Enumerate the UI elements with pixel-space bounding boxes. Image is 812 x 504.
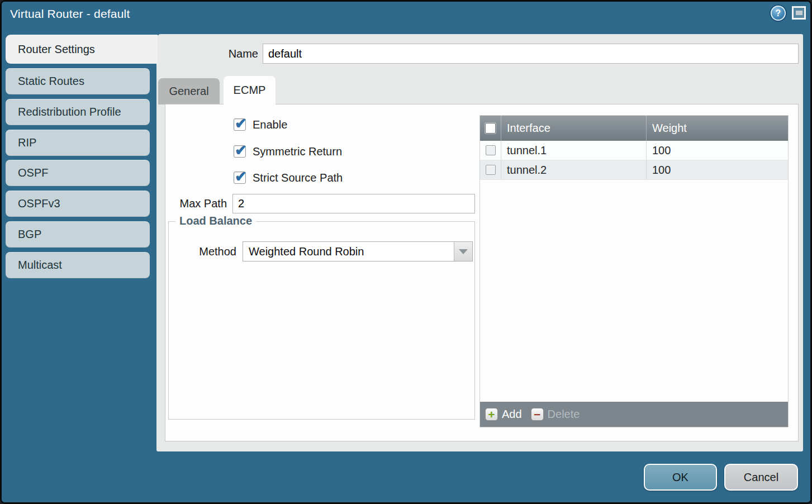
chevron-down-icon (459, 249, 468, 254)
sidebar-item-label: Redistribution Profile (18, 106, 121, 118)
virtual-router-dialog: Virtual Router - default Router Settings… (0, 0, 812, 504)
interface-cell: tunnel.1 (501, 141, 647, 160)
restore-window-icon[interactable] (792, 6, 806, 20)
strict-source-path-checkbox-row: Strict Source Path (234, 171, 343, 184)
sidebar-item-label: Router Settings (18, 43, 95, 56)
sidebar-item-redistribution-profile[interactable]: Redistribution Profile (6, 99, 150, 125)
sidebar-item-label: OSPF (18, 167, 48, 179)
table-row[interactable]: tunnel.1 100 (480, 141, 788, 160)
sidebar-item-bgp[interactable]: BGP (6, 221, 150, 248)
enable-checkbox-row: Enable (234, 118, 287, 131)
tab-label: ECMP (234, 84, 266, 97)
sidebar-item-label: RIP (18, 136, 36, 149)
dialog-title: Virtual Router - default (10, 7, 130, 21)
sidebar-item-label: OSPFv3 (18, 197, 60, 210)
interface-column-header: Interface (501, 116, 647, 141)
max-path-input[interactable] (232, 194, 475, 213)
load-balance-legend: Load Balance (175, 215, 256, 227)
weight-cell: 100 (647, 141, 788, 160)
enable-checkbox[interactable] (234, 118, 246, 131)
row-checkbox-cell (480, 141, 501, 160)
strict-source-path-label: Strict Source Path (253, 172, 343, 184)
table-header: Interface Weight (480, 116, 788, 141)
enable-label: Enable (253, 118, 287, 131)
sidebar-item-rip[interactable]: RIP (6, 130, 150, 156)
delete-button-label: Delete (548, 408, 580, 421)
interface-cell: tunnel.2 (501, 160, 647, 179)
add-button-label: Add (502, 408, 522, 421)
method-label: Method (180, 241, 236, 261)
table-header-checkbox-cell (480, 116, 501, 141)
sidebar-item-ospf[interactable]: OSPF (6, 160, 150, 186)
sidebar-item-ospfv3[interactable]: OSPFv3 (6, 191, 150, 217)
name-input[interactable] (263, 44, 799, 64)
symmetric-return-checkbox[interactable] (234, 145, 246, 158)
method-select-arrow-button[interactable] (454, 242, 472, 261)
max-path-label: Max Path (165, 194, 227, 213)
tab-label: General (169, 85, 208, 98)
tab-general[interactable]: General (158, 78, 220, 104)
method-select-value: Weighted Round Robin (243, 242, 472, 261)
table-toolbar: Add Delete (480, 402, 788, 427)
sidebar-item-router-settings[interactable]: Router Settings (6, 35, 158, 64)
name-label: Name (184, 44, 258, 64)
sidebar-item-static-routes[interactable]: Static Routes (6, 68, 150, 94)
table-row[interactable]: tunnel.2 100 (480, 160, 788, 180)
minus-icon (531, 408, 544, 421)
ok-button[interactable]: OK (644, 464, 717, 491)
row-checkbox[interactable] (486, 145, 496, 155)
interface-weight-table: Interface Weight tunnel.1 100 tunnel.2 1… (479, 115, 789, 427)
cancel-button[interactable]: Cancel (724, 464, 798, 491)
strict-source-path-checkbox[interactable] (234, 172, 246, 184)
tab-ecmp[interactable]: ECMP (224, 76, 276, 104)
help-icon[interactable] (771, 6, 786, 21)
delete-button[interactable]: Delete (531, 408, 580, 421)
method-select[interactable]: Weighted Round Robin (243, 241, 473, 261)
symmetric-return-label: Symmetric Return (253, 145, 342, 158)
checkmark-icon (235, 115, 247, 132)
symmetric-return-checkbox-row: Symmetric Return (234, 145, 342, 158)
plus-icon (485, 408, 498, 421)
sidebar-item-label: Static Routes (18, 75, 84, 88)
add-button[interactable]: Add (485, 408, 522, 421)
load-balance-group: Load Balance Method Weighted Round Robin (168, 221, 475, 420)
sidebar-item-label: BGP (18, 228, 41, 241)
row-checkbox[interactable] (486, 165, 496, 175)
select-all-checkbox[interactable] (485, 123, 496, 134)
sidebar-item-multicast[interactable]: Multicast (6, 252, 150, 278)
sidebar-item-label: Multicast (18, 259, 62, 272)
checkmark-icon (235, 142, 247, 159)
weight-column-header: Weight (647, 116, 788, 141)
row-checkbox-cell (480, 160, 501, 179)
ecmp-tab-panel: Enable Symmetric Return Strict Source Pa… (165, 104, 799, 441)
checkmark-icon (235, 168, 247, 186)
weight-cell: 100 (647, 160, 788, 179)
